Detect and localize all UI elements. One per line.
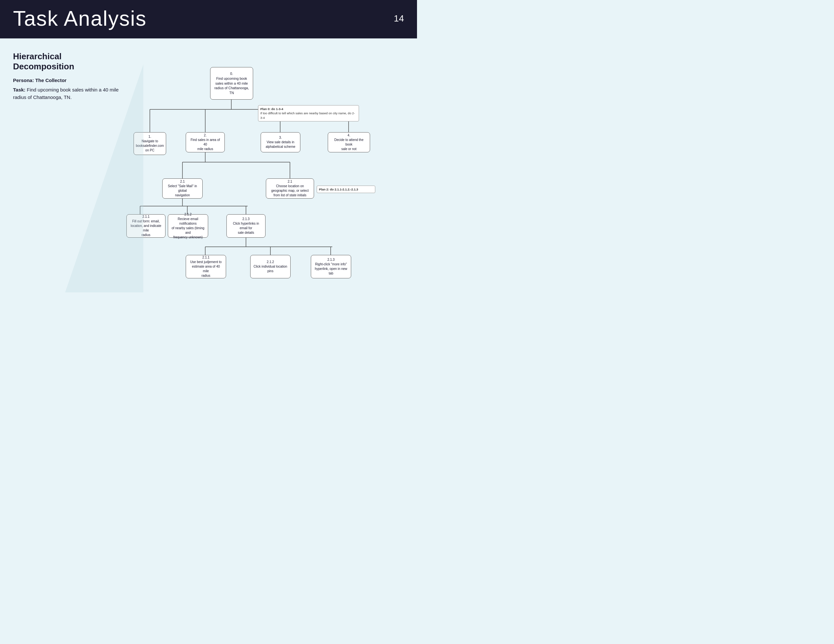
node-root: 0. Find upcoming book sales within a 40 … — [210, 67, 253, 100]
task-description: Task: Find upcoming book sales within a … — [13, 86, 124, 101]
section-title: Hierarchical Decomposition — [13, 52, 124, 72]
page-title: Task Analysis — [13, 6, 147, 31]
plan2-annotation: Plan 2: do 2.1.1-2.1.2.-2.1.3 — [317, 186, 375, 193]
node-2: 2. Find sales in area of 40 mile radius — [186, 132, 225, 152]
main-content: Hierarchical Decomposition Persona: The … — [0, 39, 417, 325]
plan0-annotation: Plan 0: do 1-3-4 If too difficult to tel… — [258, 105, 359, 121]
node-2113: 2.1.3 Right-click "more info" hyperlink,… — [311, 255, 351, 278]
header: Task Analysis 14 — [0, 0, 417, 39]
node-21b: 2.1 Choose location on geographic map, o… — [266, 178, 314, 199]
diagram-area: 0. Find upcoming book sales within a 40 … — [130, 52, 404, 318]
node-212: 2.1.2 Recieve email notifications of nea… — [168, 214, 208, 238]
node-21: 2.1 Select "Sale Mail" in global navigat… — [162, 178, 203, 199]
page-number: 14 — [394, 13, 404, 24]
node-2111: 2.1.1 Use best judjement to estimate are… — [186, 255, 226, 278]
node-213: 2.1.3 Click hyperlinks in email for sale… — [226, 214, 265, 238]
left-panel: Hierarchical Decomposition Persona: The … — [13, 52, 124, 318]
node-4: 4. Decide to attend the book sale or not — [328, 132, 370, 152]
persona-label: Persona: The Collector — [13, 77, 124, 83]
node-3: 3. View sale details in alphabetical sch… — [260, 132, 301, 152]
task-prefix: Task: — [13, 87, 26, 92]
node-2112: 2.1.2 Click individual location pins — [250, 255, 291, 278]
task-text: Find upcoming book sales within a 40 mil… — [13, 87, 119, 100]
